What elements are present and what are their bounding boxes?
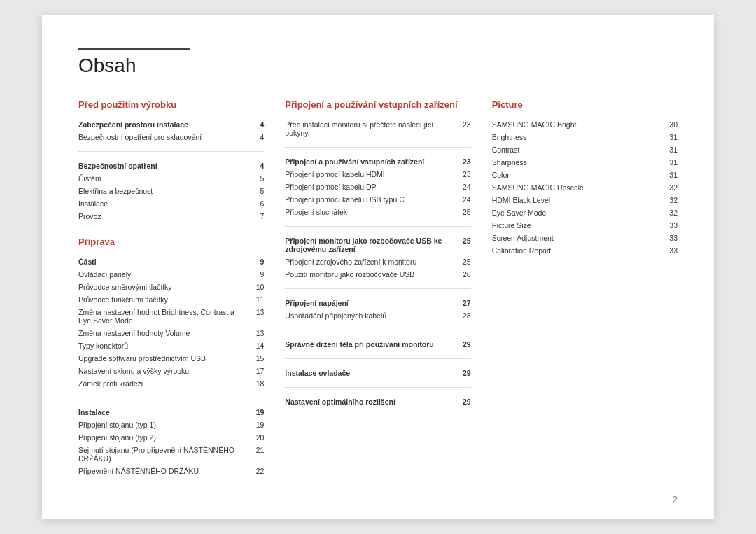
toc-label: Uspořádání připojených kabelů	[285, 309, 454, 322]
section-pripojeni: Připojení a používání vstupních zařízení…	[285, 99, 470, 408]
toc-row: Brightness 31	[492, 131, 678, 143]
toc-label: Nastavení optimálního rozlišení	[285, 395, 454, 408]
toc-table-pripojeni: Před instalací monitoru si přečtěte násl…	[285, 118, 470, 408]
toc-row: Color 31	[492, 169, 678, 181]
separator-row	[285, 139, 470, 155]
toc-row: Připojení monitoru jako rozbočovače USB …	[285, 234, 470, 255]
toc-label: Sejmutí stojanu (Pro připevnění NÁSTĚNNÉ…	[78, 444, 247, 465]
toc-page: 32	[661, 194, 678, 206]
toc-label: Calibration Report	[492, 244, 661, 257]
toc-row: Calibration Report 33	[492, 244, 678, 257]
separator-row	[78, 390, 264, 406]
toc-label: Připojení stojanu (typ 1)	[78, 419, 247, 431]
toc-page: 31	[661, 156, 678, 169]
toc-label: Průvodce směrovými tlačítky	[78, 281, 247, 293]
separator-row	[285, 379, 470, 395]
toc-page: 21	[247, 444, 264, 465]
toc-page: 23	[454, 155, 471, 168]
toc-label: Typy konektorů	[78, 339, 247, 352]
toc-label: Čištění	[78, 172, 247, 185]
toc-row: Nastavení sklonu a výšky výrobku 17	[78, 365, 264, 377]
toc-row: Připojení sluchátek 25	[285, 206, 470, 218]
toc-row: Čištění 5	[78, 172, 264, 185]
toc-page: 9	[247, 255, 264, 268]
toc-label: Nastavení sklonu a výšky výrobku	[78, 365, 247, 377]
col-3: Picture SAMSUNG MAGIC Bright 30 Brightne…	[492, 99, 678, 491]
toc-row: Správné držení těla při používání monito…	[285, 338, 470, 351]
toc-page: 14	[247, 339, 264, 352]
toc-row: Připojení napájení 27	[285, 297, 470, 309]
section-title-picture: Picture	[492, 99, 678, 110]
toc-page: 13	[247, 306, 264, 327]
separator-row	[285, 281, 470, 297]
section-pred-pouzitim: Před použitím výrobku Zabezpečení prosto…	[78, 99, 264, 223]
toc-label: Screen Adjustment	[492, 232, 661, 244]
toc-page: 31	[661, 169, 678, 181]
toc-table-pred-pouzitim: Zabezpečení prostoru instalace 4 Bezpečn…	[78, 118, 264, 223]
toc-row: Picture Size 33	[492, 219, 678, 232]
columns: Před použitím výrobku Zabezpečení prosto…	[78, 99, 678, 491]
toc-page: 27	[454, 297, 471, 309]
toc-label: Instalace	[78, 406, 247, 419]
toc-page: 19	[247, 419, 264, 431]
toc-page: 32	[661, 206, 678, 219]
toc-label: Provoz	[78, 210, 247, 223]
toc-row: Ovládací panely 9	[78, 268, 264, 281]
toc-row: Změna nastavení hodnoty Volume 13	[78, 327, 264, 339]
toc-page: 33	[661, 232, 678, 244]
toc-label: Contrast	[492, 143, 661, 156]
toc-page: 24	[454, 193, 471, 206]
toc-row: Použití monitoru jako rozbočovače USB 26	[285, 268, 470, 281]
toc-label: SAMSUNG MAGIC Bright	[492, 118, 661, 131]
section-title-pred-pouzitim: Před použitím výrobku	[78, 99, 264, 110]
toc-row: Typy konektorů 14	[78, 339, 264, 352]
toc-row: SAMSUNG MAGIC Upscale 32	[492, 181, 678, 194]
toc-row: Připevnění NÁSTĚNNÉHO DRŽÁKU 22	[78, 465, 264, 477]
toc-page: 5	[247, 172, 264, 185]
toc-label: Připojení pomocí kabelu HDMI	[285, 168, 454, 181]
toc-row: SAMSUNG MAGIC Bright 30	[492, 118, 678, 131]
toc-label: Připojení monitoru jako rozbočovače USB …	[285, 234, 454, 255]
toc-page: 18	[247, 377, 264, 390]
toc-table-picture: SAMSUNG MAGIC Bright 30 Brightness 31 Co…	[492, 118, 678, 257]
toc-page: 4	[247, 118, 264, 131]
toc-page: 4	[247, 160, 264, 172]
toc-page: 25	[454, 206, 471, 218]
toc-label: Změna nastavení hodnot Brightness, Contr…	[78, 306, 247, 327]
toc-page: 9	[247, 268, 264, 281]
toc-label: Ovládací panely	[78, 268, 247, 281]
toc-label: Připojení a používání vstupních zařízení	[285, 155, 454, 168]
col-2: Připojení a používání vstupních zařízení…	[285, 99, 491, 491]
toc-page: 29	[454, 395, 471, 408]
toc-page: 25	[454, 234, 471, 255]
toc-page: 5	[247, 185, 264, 197]
toc-row: Zámek proti krádeži 18	[78, 377, 264, 390]
section-title-pripojeni: Připojení a používání vstupních zařízení	[285, 99, 470, 110]
section-title-priprava: Příprava	[78, 237, 264, 247]
toc-label: Připojení sluchátek	[285, 206, 454, 218]
toc-row: Připojení pomocí kabelu DP 24	[285, 181, 470, 193]
toc-row: Průvodce funkčními tlačítky 11	[78, 293, 264, 306]
toc-row: Screen Adjustment 33	[492, 232, 678, 244]
toc-label: Připevnění NÁSTĚNNÉHO DRŽÁKU	[78, 465, 247, 477]
toc-page: 10	[247, 281, 264, 293]
toc-label: Upgrade softwaru prostřednictvím USB	[78, 352, 247, 365]
toc-row: Připojení pomocí kabelu USB typu C 24	[285, 193, 470, 206]
toc-label: Bezpečnostní opatření pro skladování	[78, 131, 247, 143]
toc-label: Eye Saver Mode	[492, 206, 661, 219]
toc-label: Elektřina a bezpečnost	[78, 185, 247, 197]
separator-row	[285, 322, 470, 338]
toc-label: Připojení stojanu (typ 2)	[78, 431, 247, 444]
toc-row: Instalace 6	[78, 197, 264, 210]
toc-label: Color	[492, 169, 661, 181]
toc-row: Contrast 31	[492, 143, 678, 156]
toc-page: 25	[454, 255, 471, 268]
separator-row	[78, 143, 264, 160]
toc-page: 23	[454, 168, 471, 181]
toc-row: Změna nastavení hodnot Brightness, Contr…	[78, 306, 264, 327]
toc-page: 30	[661, 118, 678, 131]
toc-row: Bezpečnostní opatření 4	[78, 160, 264, 172]
toc-page: 22	[247, 465, 264, 477]
toc-label: Zabezpečení prostoru instalace	[78, 118, 247, 131]
toc-row: Sejmutí stojanu (Pro připevnění NÁSTĚNNÉ…	[78, 444, 264, 465]
